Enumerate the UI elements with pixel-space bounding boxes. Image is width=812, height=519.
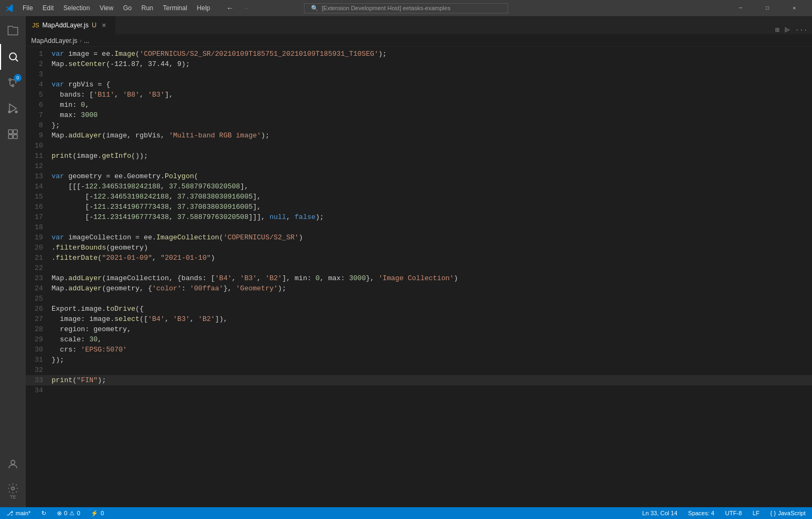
tab-close-button[interactable]: ✕	[100, 21, 108, 30]
error-icon: ⊗	[57, 510, 62, 517]
tab-file-icon: JS	[32, 22, 39, 28]
line-ending-label: LF	[752, 510, 759, 516]
code-line-24: 24 Map.addLayer(geometry, {'color': '00f…	[26, 283, 812, 294]
warning-icon: ⚠	[69, 510, 75, 517]
status-language[interactable]: { } JavaScript	[768, 510, 808, 516]
code-line-29: 29 scale: 30,	[26, 334, 812, 345]
breadcrumb-separator: ›	[79, 37, 82, 45]
code-line-7: 7 max: 3000	[26, 110, 812, 120]
code-line-6: 6 min: 0,	[26, 100, 812, 110]
activity-run-debug[interactable]	[0, 96, 26, 121]
code-line-25: 25	[26, 294, 812, 304]
code-line-1: 1 var image = ee.Image('COPERNICUS/S2_SR…	[26, 49, 812, 59]
code-line-4: 4 var rgbVis = {	[26, 79, 812, 90]
code-line-18: 18	[26, 222, 812, 232]
svg-point-12	[11, 460, 15, 464]
editor-top-actions: ⊞ ⫸ ···	[771, 26, 812, 34]
vscode-app-icon	[5, 4, 14, 12]
status-sync[interactable]: ↻	[39, 510, 48, 517]
close-button[interactable]: ✕	[782, 0, 807, 16]
status-branch[interactable]: ⎇ main*	[4, 510, 33, 517]
menu-help[interactable]: Help	[193, 3, 215, 13]
activity-source-control[interactable]: 0	[0, 70, 26, 96]
code-line-20: 20 .filterBounds(geometry)	[26, 243, 812, 253]
spaces-label: Spaces: 4	[688, 510, 714, 516]
code-line-12: 12	[26, 161, 812, 171]
code-line-33: 33 print("FIN");	[26, 375, 812, 385]
code-line-26: 26 Export.image.toDrive({	[26, 304, 812, 314]
svg-point-13	[11, 487, 15, 490]
activity-explorer[interactable]	[0, 18, 26, 44]
branch-icon: ⎇	[6, 510, 13, 517]
title-bar: File Edit Selection View Go Run Terminal…	[0, 0, 812, 16]
status-position[interactable]: Ln 33, Col 14	[640, 510, 679, 516]
code-line-13: 13 var geometry = ee.Geometry.Polygon(	[26, 171, 812, 181]
tab-bar: JS MapAddLayer.js U ✕ ⊞ ⫸ ···	[26, 16, 812, 35]
more-actions-icon[interactable]: ···	[795, 26, 808, 34]
code-line-30: 30 crs: 'EPSG:5070'	[26, 345, 812, 355]
menu-go[interactable]: Go	[119, 3, 136, 13]
ports-icon: ⚡	[91, 510, 98, 517]
nav-forward-button[interactable]: →	[239, 3, 253, 13]
status-line-ending[interactable]: LF	[750, 510, 762, 516]
editor-layout-icon[interactable]: ⊞	[775, 26, 780, 34]
tab-modified-indicator: U	[92, 21, 97, 29]
nav-back-button[interactable]: ←	[223, 3, 237, 13]
svg-rect-9	[13, 130, 17, 134]
code-line-22: 22	[26, 263, 812, 273]
title-bar-left: File Edit Selection View Go Run Terminal…	[5, 3, 272, 13]
code-line-19: 19 var imageCollection = ee.ImageCollect…	[26, 232, 812, 243]
status-ports[interactable]: ⚡ 0	[89, 510, 106, 517]
code-line-8: 8 };	[26, 120, 812, 130]
activity-accounts[interactable]	[0, 451, 26, 477]
split-editor-icon[interactable]: ⫸	[784, 26, 791, 34]
activity-settings[interactable]: TE	[0, 477, 26, 505]
editor-tab[interactable]: JS MapAddLayer.js U ✕	[26, 16, 115, 34]
title-bar-right: ─ □ ✕	[540, 0, 807, 16]
svg-point-7	[16, 111, 18, 113]
svg-point-6	[9, 111, 11, 113]
menu-run[interactable]: Run	[137, 3, 157, 13]
code-editor[interactable]: 1 var image = ee.Image('COPERNICUS/S2_SR…	[26, 47, 812, 507]
code-line-2: 2 Map.setCenter(-121.87, 37.44, 9);	[26, 59, 812, 69]
code-line-16: 16 [-121.23141967773438, 37.370838030916…	[26, 202, 812, 212]
encoding-label: UTF-8	[725, 510, 742, 516]
language-name: JavaScript	[778, 510, 806, 516]
menu-view[interactable]: View	[95, 3, 118, 13]
code-line-31: 31 });	[26, 355, 812, 365]
ports-count: 0	[100, 510, 104, 516]
activity-search[interactable]	[0, 44, 26, 70]
error-count: 0	[64, 510, 67, 516]
code-line-17: 17 [-121.23141967773438, 37.588797630205…	[26, 212, 812, 222]
menu-terminal[interactable]: Terminal	[158, 3, 191, 13]
tab-filename: MapAddLayer.js	[42, 21, 89, 29]
code-line-5: 5 bands: ['B11', 'B8', 'B3'],	[26, 90, 812, 100]
breadcrumb-file[interactable]: MapAddLayer.js	[31, 37, 77, 45]
svg-rect-10	[9, 135, 12, 138]
svg-line-1	[16, 59, 18, 61]
menu-selection[interactable]: Selection	[59, 3, 94, 13]
status-right: Ln 33, Col 14 Spaces: 4 UTF-8 LF { } Jav…	[640, 510, 808, 516]
menu-bar: File Edit Selection View Go Run Terminal…	[18, 3, 214, 13]
menu-edit[interactable]: Edit	[38, 3, 58, 13]
code-line-3: 3	[26, 69, 812, 79]
code-line-23: 23 Map.addLayer(imageCollection, {bands:…	[26, 273, 812, 283]
svg-point-2	[9, 79, 11, 81]
status-spaces[interactable]: Spaces: 4	[686, 510, 716, 516]
activity-bar: 0 T	[0, 16, 26, 507]
svg-point-0	[10, 53, 17, 60]
minimize-button[interactable]: ─	[728, 0, 753, 16]
menu-file[interactable]: File	[18, 3, 37, 13]
breadcrumb: MapAddLayer.js › ...	[26, 35, 812, 47]
breadcrumb-more[interactable]: ...	[84, 37, 89, 45]
status-errors[interactable]: ⊗ 0 ⚠ 0	[55, 510, 82, 517]
maximize-button[interactable]: □	[755, 0, 780, 16]
search-text: [Extension Development Host] eetasks-exa…	[322, 5, 451, 11]
source-control-badge: 0	[14, 74, 21, 82]
svg-rect-8	[9, 130, 12, 134]
warning-count: 0	[77, 510, 80, 516]
code-line-32: 32	[26, 365, 812, 375]
status-encoding[interactable]: UTF-8	[723, 510, 744, 516]
activity-extensions[interactable]	[0, 121, 26, 147]
global-search-bar[interactable]: 🔍 [Extension Development Host] eetasks-e…	[304, 3, 508, 13]
